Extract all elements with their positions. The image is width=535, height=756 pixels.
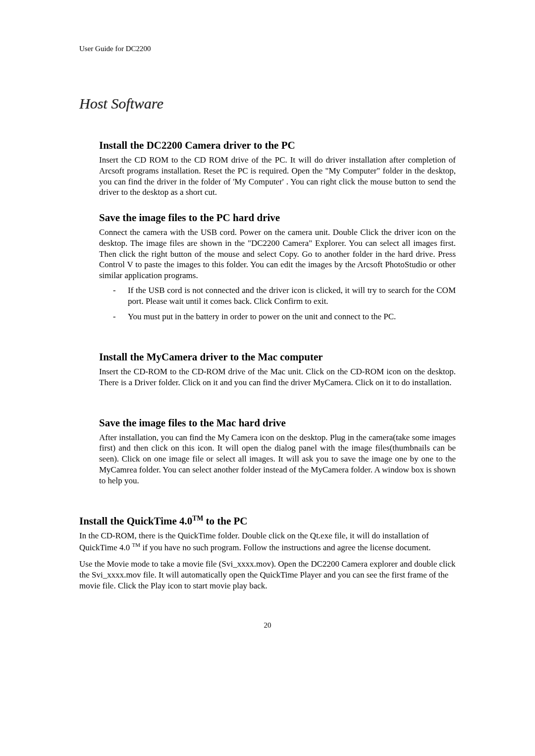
page-number: 20 bbox=[79, 621, 456, 630]
heading: Install the DC2200 Camera driver to the … bbox=[99, 139, 456, 152]
heading: Install the MyCamera driver to the Mac c… bbox=[99, 351, 456, 363]
list-item: - You must put in the battery in order t… bbox=[99, 311, 456, 322]
section-install-mac-driver: Install the MyCamera driver to the Mac c… bbox=[99, 351, 456, 388]
section-save-pc: Save the image files to the PC hard driv… bbox=[99, 212, 456, 322]
heading: Save the image files to the PC hard driv… bbox=[99, 212, 456, 224]
list-item-text: You must put in the battery in order to … bbox=[128, 311, 396, 322]
chapter-title: Host Software bbox=[79, 95, 456, 112]
heading: Save the image files to the Mac hard dri… bbox=[99, 417, 456, 429]
heading-prefix: Install the QuickTime 4.0 bbox=[79, 515, 192, 527]
document-page: User Guide for DC2200 Host Software Inst… bbox=[0, 0, 535, 659]
body1-superscript: TM bbox=[132, 542, 141, 548]
body-text: Insert the CD ROM to the CD ROM drive of… bbox=[99, 155, 456, 198]
heading: Install the QuickTime 4.0TM to the PC bbox=[79, 515, 456, 527]
body-text: Connect the camera with the USB cord. Po… bbox=[99, 227, 456, 281]
heading-suffix: to the PC bbox=[203, 515, 247, 527]
body-text: Use the Movie mode to take a movie file … bbox=[79, 559, 456, 591]
bullet-list: - If the USB cord is not connected and t… bbox=[99, 285, 456, 322]
body-text: Insert the CD-ROM to the CD-ROM drive of… bbox=[99, 366, 456, 388]
dash-icon: - bbox=[113, 311, 128, 322]
body-text: After installation, you can find the My … bbox=[99, 432, 456, 486]
heading-superscript: TM bbox=[192, 515, 203, 522]
section-install-pc-driver: Install the DC2200 Camera driver to the … bbox=[99, 139, 456, 198]
body1-suffix: if you have no such program. Follow the … bbox=[140, 543, 430, 552]
body-text: In the CD-ROM, there is the QuickTime fo… bbox=[79, 530, 456, 553]
running-header: User Guide for DC2200 bbox=[79, 45, 456, 53]
list-item: - If the USB cord is not connected and t… bbox=[99, 285, 456, 307]
section-save-mac: Save the image files to the Mac hard dri… bbox=[99, 417, 456, 486]
section-install-quicktime: Install the QuickTime 4.0TM to the PC In… bbox=[79, 515, 456, 591]
dash-icon: - bbox=[113, 285, 128, 307]
list-item-text: If the USB cord is not connected and the… bbox=[128, 285, 456, 307]
